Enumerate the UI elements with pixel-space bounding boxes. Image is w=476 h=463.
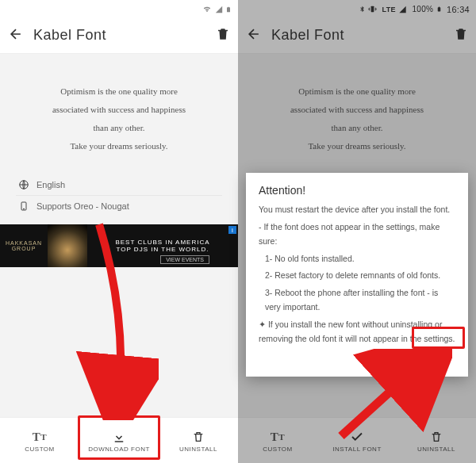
nav-uninstall[interactable]: UNINSTALL — [159, 418, 238, 463]
ad-image — [48, 224, 87, 267]
info-support: Supports Oreo - Nougat — [16, 196, 222, 216]
battery-icon — [225, 5, 232, 14]
page-title: Kabel Font — [33, 27, 216, 44]
ad-line: BEST CLUBS IN AMERICA — [87, 239, 238, 246]
info-language: English — [16, 174, 222, 196]
nav-label: UNINSTALL — [179, 446, 217, 453]
nav-label: CUSTOM — [25, 446, 55, 453]
download-icon — [112, 428, 126, 446]
signal-icon — [215, 6, 223, 13]
svg-point-2 — [24, 209, 25, 209]
dialog-text: You must restart the device after you in… — [259, 203, 455, 217]
continue-button[interactable]: CONTINUE — [259, 353, 455, 369]
ad-cta-button[interactable]: VIEW EVENTS — [160, 255, 209, 264]
info-support-label: Supports Oreo - Nougat — [36, 201, 129, 211]
preview-line: associated with success and happiness — [21, 101, 217, 119]
nav-custom[interactable]: TT CUSTOM — [0, 418, 79, 463]
font-preview: Optimism is the one quality more associa… — [0, 54, 238, 173]
status-bar — [0, 0, 238, 17]
text-format-icon: TT — [33, 428, 47, 446]
dialog-text: 1- No old fonts installed. — [259, 252, 455, 266]
ad-line: TOP DJS IN THE WORLD. — [87, 246, 238, 253]
ad-info-icon[interactable]: i — [228, 226, 236, 234]
preview-line: Optimism is the one quality more — [21, 82, 217, 101]
dialog-title: Attention! — [259, 184, 455, 197]
phone-icon — [16, 201, 32, 212]
nav-download-font[interactable]: DOWNLOAD FONT — [79, 418, 159, 463]
wifi-icon — [202, 6, 212, 13]
nav-label: DOWNLOAD FONT — [88, 446, 150, 453]
dialog-text: 3- Reboot the phone after installing the… — [259, 286, 455, 315]
dialog-text: 2- Reset factory to delete remnants of o… — [259, 269, 455, 283]
preview-line: Take your dreams seriously. — [21, 137, 217, 155]
app-bar: Kabel Font — [0, 17, 238, 54]
preview-line: than any other. — [21, 119, 217, 137]
ad-banner[interactable]: HAKKASAN GROUP BEST CLUBS IN AMERICA TOP… — [0, 224, 238, 267]
bottom-nav: TT CUSTOM DOWNLOAD FONT UNINSTALL — [0, 417, 238, 463]
dialog-text: - If the font does not appear in the set… — [259, 220, 455, 249]
attention-dialog: Attention! You must restart the device a… — [246, 173, 468, 377]
globe-icon — [16, 179, 32, 190]
trash-icon — [192, 428, 205, 446]
dialog-text: ✦ If you install the new font without un… — [259, 318, 455, 346]
ad-brand: HAKKASAN GROUP — [0, 240, 48, 251]
delete-icon[interactable] — [216, 27, 230, 44]
info-language-label: English — [36, 180, 65, 189]
back-icon[interactable] — [8, 26, 24, 45]
